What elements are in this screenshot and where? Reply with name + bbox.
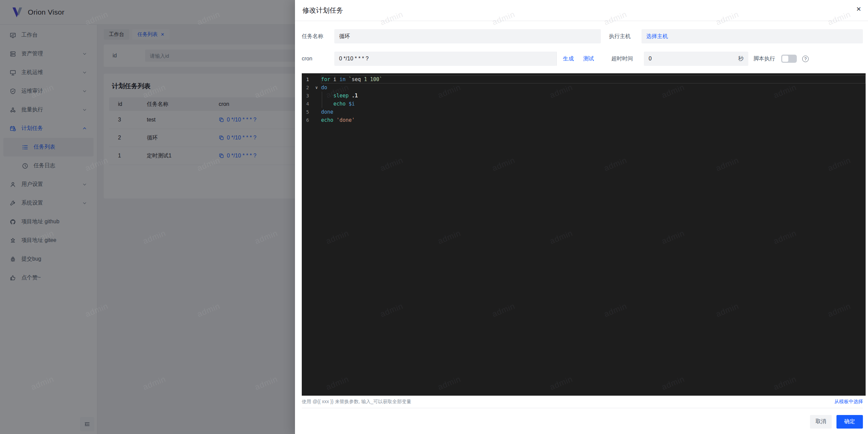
cancel-button[interactable]: 取消 — [810, 415, 832, 429]
script-exec-toggle[interactable] — [781, 55, 797, 63]
app-root: Orion Visor 工作台 资产管理 主机运维 — [0, 0, 868, 434]
code-line: 6echo 'done' — [302, 116, 866, 124]
code-line: 4 echo $i — [302, 100, 866, 108]
generate-cron-link[interactable]: 生成 — [563, 55, 574, 62]
script-editor[interactable]: 1for i in `seq 1 100`2∨do3 sleep .14 ech… — [302, 73, 866, 396]
help-icon[interactable]: ? — [802, 56, 809, 62]
code-line: 2∨do — [302, 83, 866, 92]
code-line: 5done — [302, 108, 866, 116]
modal-footer: 取消 确定 — [295, 408, 868, 434]
task-name-input[interactable] — [339, 33, 596, 39]
editor-hint: 使用 @{{ xxx }} 来替换参数, 输入_可以获取全部变量 — [302, 399, 411, 405]
timeout-label: 超时时间 — [611, 55, 644, 62]
close-icon[interactable]: ✕ — [856, 6, 861, 12]
code-editor-lines: 1for i in `seq 1 100`2∨do3 sleep .14 ech… — [302, 75, 866, 124]
exec-host-label: 执行主机 — [609, 33, 642, 40]
timeout-unit: 秒 — [738, 55, 744, 62]
edit-task-modal: 修改计划任务 ✕ 任务名称 执行主机 选择主机 cron 生成 测试 超时时间 — [295, 0, 868, 434]
modal-header: 修改计划任务 — [295, 0, 868, 21]
code-line: 3 sleep .1 — [302, 92, 866, 100]
cron-field — [334, 52, 556, 66]
cron-actions: 生成 测试 — [556, 52, 604, 66]
confirm-button[interactable]: 确定 — [836, 415, 863, 429]
select-from-template-link[interactable]: 从模板中选择 — [834, 399, 863, 405]
timeout-field: 秒 — [644, 52, 748, 66]
cron-label: cron — [302, 56, 334, 62]
task-name-label: 任务名称 — [302, 33, 334, 40]
modal-title: 修改计划任务 — [302, 6, 343, 15]
timeout-input[interactable] — [649, 56, 735, 62]
select-host-link[interactable]: 选择主机 — [646, 33, 668, 40]
code-line: 1for i in `seq 1 100` — [302, 75, 866, 83]
task-name-field — [334, 29, 601, 43]
editor-hint-bar: 使用 @{{ xxx }} 来替换参数, 输入_可以获取全部变量 从模板中选择 — [302, 396, 863, 408]
exec-host-field: 选择主机 — [642, 29, 863, 43]
toggle-knob — [782, 56, 788, 62]
cron-input[interactable] — [339, 56, 552, 62]
script-exec-label: 脚本执行 — [753, 55, 775, 62]
fold-chevron-icon[interactable]: ∨ — [312, 83, 321, 92]
test-cron-link[interactable]: 测试 — [583, 55, 594, 62]
